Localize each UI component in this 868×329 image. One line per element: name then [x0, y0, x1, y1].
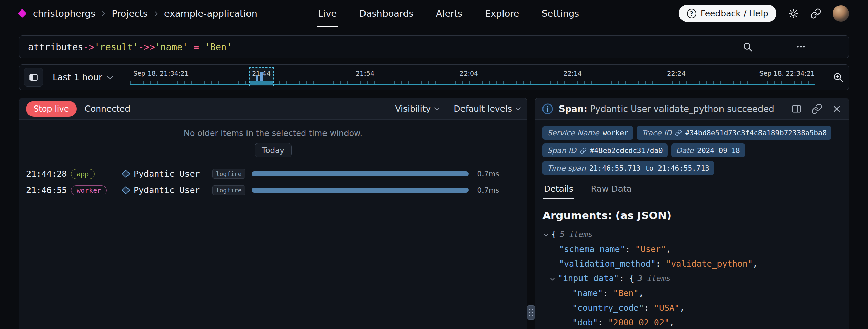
timeline-tick-label: 21:54: [356, 70, 374, 77]
share-link-icon[interactable]: [810, 8, 821, 19]
json-value: "2000-02-02": [608, 317, 669, 327]
chevron-right-icon: [100, 10, 107, 17]
panel-resize-handle[interactable]: [527, 305, 535, 320]
json-punctuation: ,: [679, 303, 685, 313]
connection-status: Connected: [85, 104, 131, 114]
empty-state-block: No older items in the selected time wind…: [19, 120, 527, 166]
timeline-selection[interactable]: [249, 67, 274, 86]
tab-explore-label: Explore: [485, 8, 519, 19]
timeline-axis: [130, 84, 815, 85]
tab-dashboards[interactable]: Dashboards: [359, 0, 414, 27]
log-row[interactable]: 21:46:55 worker Pydantic User logfire 0.…: [19, 182, 527, 198]
theme-toggle-icon[interactable]: [788, 8, 799, 19]
span-name: Pydantic User: [134, 169, 200, 179]
json-item-count: 3 items: [638, 274, 671, 283]
tab-settings[interactable]: Settings: [541, 0, 579, 27]
query-token: attributes: [28, 42, 83, 52]
zoom-in-button[interactable]: [832, 72, 844, 83]
badge-value: worker: [603, 129, 628, 137]
json-punctuation: :: [656, 259, 666, 269]
json-key: "input_data": [558, 273, 619, 283]
timeline-tick-label: 22:04: [459, 70, 478, 77]
json-key: "schema_name": [559, 244, 625, 254]
json-viewer: {5 items "schema_name": "User", "validat…: [542, 227, 841, 329]
link-icon: [675, 130, 682, 136]
close-icon[interactable]: [832, 104, 842, 114]
stop-live-button[interactable]: Stop live: [26, 101, 77, 117]
help-icon: ?: [687, 9, 696, 18]
today-button[interactable]: Today: [255, 143, 292, 157]
span-id-badge[interactable]: Span ID #48eb2cdcdc317da0: [542, 143, 668, 157]
query-input[interactable]: attributes->'result'->>'name' = 'Ben': [19, 35, 849, 58]
badge-label: Time span: [547, 164, 586, 172]
json-value: "User": [635, 244, 666, 254]
badge-value: 21:46:55.713 to 21:46:55.713: [589, 164, 709, 172]
json-key: "dob": [572, 317, 598, 327]
timeline-bar: Last 1 hour Sep 18, 21:34:21 21:44 21:54…: [19, 64, 849, 90]
span-title-value: Pydantic User validate_python succeeded: [587, 104, 774, 114]
json-punctuation: :: [625, 244, 635, 254]
json-punctuation: ,: [639, 288, 644, 298]
query-token: =: [188, 42, 204, 52]
span-header-actions: [791, 103, 842, 114]
duration-label: 0.7ms: [477, 186, 499, 194]
badge-label: Service Name: [547, 129, 599, 137]
log-timestamp: 21:44:28: [26, 169, 71, 179]
breadcrumb-project-name[interactable]: example-application: [164, 8, 257, 19]
chevron-down-icon: [434, 105, 440, 111]
json-punctuation: :: [598, 317, 608, 327]
service-name-badge: Service Name worker: [542, 126, 633, 140]
span-details-content: Service Name worker Trace ID #34bd8e51d7…: [535, 120, 849, 329]
query-token: 'name': [155, 42, 188, 52]
tab-alerts[interactable]: Alerts: [436, 0, 462, 27]
collapse-caret-icon[interactable]: [543, 232, 549, 238]
json-line: {5 items: [542, 227, 841, 242]
timeline-tick-label: Sep 18, 21:34:21: [133, 70, 189, 77]
breadcrumb: christophergs Projects example-applicati…: [33, 8, 257, 19]
span-diamond-icon: [122, 186, 130, 194]
tab-explore[interactable]: Explore: [485, 0, 519, 27]
default-levels-dropdown[interactable]: Default levels: [454, 104, 520, 114]
json-line: "name": "Ben",: [542, 286, 841, 301]
collapse-caret-icon[interactable]: [550, 276, 555, 282]
tab-raw-data[interactable]: Raw Data: [590, 184, 632, 199]
app-root: christophergs Projects example-applicati…: [0, 0, 868, 329]
dock-panel-icon[interactable]: [791, 103, 802, 114]
sidebar-toggle-button[interactable]: [24, 68, 43, 87]
json-punctuation: ,: [666, 244, 671, 254]
json-key: "name": [572, 288, 603, 298]
log-tag-column: worker: [71, 185, 118, 195]
badge-label: Trace ID: [642, 129, 672, 137]
span-title-label: Span:: [559, 104, 587, 114]
empty-state-message: No older items in the selected time wind…: [19, 129, 527, 138]
span-details-panel: Span: Pydantic User validate_python succ…: [535, 98, 849, 329]
chevron-down-icon: [516, 105, 521, 111]
timeline-activity-bar: [256, 75, 258, 81]
tab-live[interactable]: Live: [318, 0, 337, 27]
json-punctuation: :: [603, 288, 613, 298]
log-timestamp: 21:46:55: [26, 185, 71, 195]
tab-settings-label: Settings: [541, 8, 579, 19]
trace-id-badge[interactable]: Trace ID #34bd8e51d73c3f4c8a189b72338a5b…: [637, 126, 831, 140]
timeline-track[interactable]: Sep 18, 21:34:21 21:44 21:54 22:04 22:14…: [126, 65, 818, 90]
badge-label: Span ID: [547, 146, 576, 155]
copy-link-icon[interactable]: [811, 103, 822, 114]
log-row[interactable]: 21:44:28 app Pydantic User logfire 0.7ms: [19, 166, 527, 182]
json-punctuation: :: [644, 303, 654, 313]
span-name: Pydantic User: [134, 185, 200, 195]
top-nav: christophergs Projects example-applicati…: [0, 0, 868, 27]
feedback-help-label: Feedback / Help: [701, 8, 768, 18]
main-nav-tabs: Live Dashboards Alerts Explore Settings: [318, 0, 579, 27]
timeline-tick-label: Sep 18, 22:34:21: [759, 70, 814, 77]
duration-bar: [252, 171, 469, 176]
time-range-selector[interactable]: Last 1 hour: [53, 72, 112, 82]
logfire-logo-icon[interactable]: [18, 9, 27, 18]
tab-details[interactable]: Details: [543, 184, 574, 199]
user-avatar[interactable]: [833, 5, 849, 22]
json-line: "dob": "2000-02-02",: [542, 315, 841, 329]
badge-value: 2024-09-18: [697, 147, 740, 155]
breadcrumb-org[interactable]: christophergs: [33, 8, 95, 19]
breadcrumb-projects[interactable]: Projects: [112, 8, 147, 19]
feedback-help-button[interactable]: ? Feedback / Help: [679, 5, 776, 22]
visibility-dropdown[interactable]: Visibility: [395, 104, 439, 114]
